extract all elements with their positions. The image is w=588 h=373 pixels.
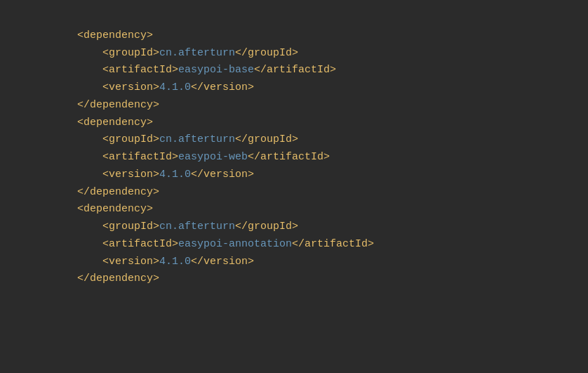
dependency-2-close: </dependency> bbox=[77, 184, 588, 202]
code-block: <dependency> <groupId>cn.afterturn</grou… bbox=[0, 6, 588, 292]
dependency-3-version: <version>4.1.0</version> bbox=[77, 254, 588, 271]
dependency-1-close: </dependency> bbox=[77, 97, 588, 114]
dependency-2-version: <version>4.1.0</version> bbox=[77, 166, 588, 184]
dependency-3-groupid: <groupId>cn.afterturn</groupId> bbox=[77, 218, 588, 236]
dependency-2-groupid: <groupId>cn.afterturn</groupId> bbox=[77, 131, 588, 149]
dependency-2-open: <dependency> bbox=[77, 114, 588, 132]
dependency-1-artifactid: <artifactId>easypoi-base</artifactId> bbox=[77, 62, 588, 79]
dependency-2-artifactid: <artifactId>easypoi-web</artifactId> bbox=[77, 149, 588, 166]
code-editor: <dependency> <groupId>cn.afterturn</grou… bbox=[0, 0, 588, 373]
comment-line bbox=[77, 10, 588, 27]
dependency-3-open: <dependency> bbox=[77, 201, 588, 218]
dependency-1-open: <dependency> bbox=[77, 27, 588, 45]
dependency-1-version: <version>4.1.0</version> bbox=[77, 79, 588, 97]
dependency-3-close: </dependency> bbox=[77, 270, 588, 288]
dependency-1-groupid: <groupId>cn.afterturn</groupId> bbox=[77, 45, 588, 63]
dependency-3-artifactid: <artifactId>easypoi-annotation</artifact… bbox=[77, 236, 588, 254]
